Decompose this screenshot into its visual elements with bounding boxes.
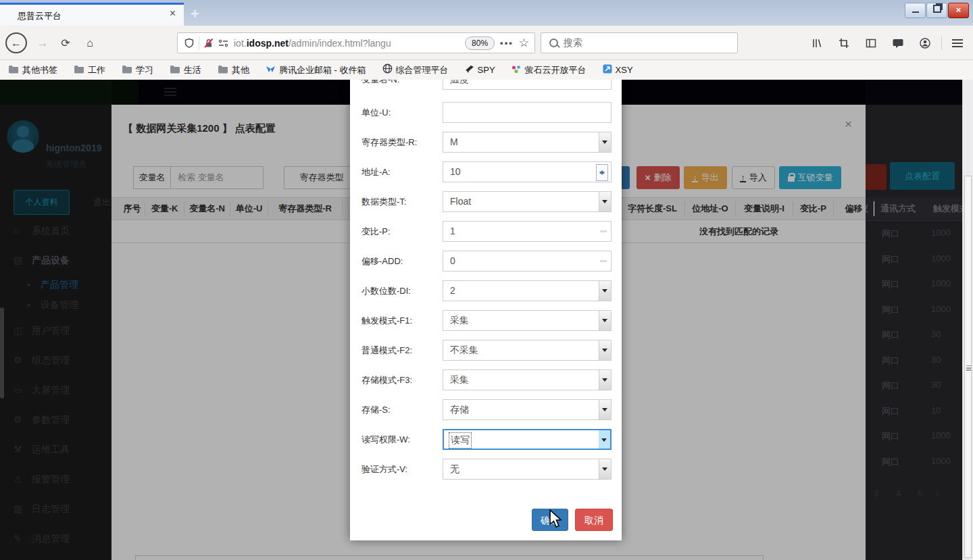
library-icon[interactable] [808,32,826,53]
dropdown-arrow-icon[interactable] [599,311,611,330]
device-row[interactable]: 网口1000 [866,449,963,474]
field-label: 数据类型-T: [361,196,406,208]
bookmark-item[interactable]: 其他书签 [8,64,57,76]
field-input[interactable]: 1 [443,221,612,242]
dropdown-arrow-icon[interactable] [599,132,611,152]
device-row[interactable]: 网口30 [866,372,963,397]
browser-tab[interactable]: 思普云平台 × [0,3,184,26]
menu-icon[interactable] [949,32,966,53]
field-label: 存储-S: [361,404,391,416]
profile-button[interactable]: 个人资料 [14,190,70,215]
logout-button[interactable]: 退出 [93,197,111,209]
tab-close-icon[interactable]: × [170,7,176,20]
field-select[interactable]: Float [443,191,612,212]
field-select[interactable]: 采集 [443,370,612,390]
dropdown-arrow-icon[interactable] [599,459,611,479]
sidebar-item-产品管理[interactable]: ▪产品管理 [0,278,111,298]
field-select[interactable]: 采集 [443,310,612,331]
bookmark-item[interactable]: 其他 [218,64,249,76]
sidebar-item-组态管理[interactable]: ⚙组态管理 [0,353,111,374]
sidebar-item-消息管理[interactable]: ✎消息管理 [0,532,111,552]
sidebar-item-日志管理[interactable]: ▥日志管理 [0,502,111,522]
bookmark-item[interactable]: 综合管理平台 [382,63,449,76]
url-bar[interactable]: iot.idosp.net/admin/index.html?langu 80%… [177,32,535,53]
sidebar-scrollbar[interactable] [0,307,4,399]
field-input[interactable]: 0 [443,251,612,272]
field-select[interactable]: 2 [443,280,612,301]
delete-button[interactable]: 删除 [866,164,887,190]
page-actions-icon[interactable]: ••• [500,38,514,48]
permissions-icon[interactable] [218,38,229,49]
field-select[interactable]: 读写 [443,429,612,450]
sidebar-item-报警管理[interactable]: ⚠报警管理 [0,472,111,492]
account-icon[interactable] [916,32,934,53]
dropdown-arrow-icon[interactable] [599,192,611,211]
sidebar-item-label: 日志管理 [32,503,70,515]
dropdown-arrow-icon[interactable] [599,400,611,419]
dropdown-arrow-icon[interactable] [599,281,611,301]
web-page: hignton2019 系统管理员 个人资料 退出 ⌂系统首页▤产品设备▪产品管… [0,80,973,560]
sidebar-item-大屏管理[interactable]: ▭大屏管理 [0,383,111,403]
bookmark-star-icon[interactable]: ☆ [519,36,529,50]
bookmark-item[interactable]: SPY [465,64,495,76]
dropdown-arrow-icon[interactable] [599,430,610,449]
sidebar-item-运维工具[interactable]: ⚒运维工具 [0,442,111,463]
device-row[interactable]: 网口30 [866,347,963,372]
window-minimize-button[interactable] [905,3,926,18]
field-input[interactable]: 10 [443,161,612,182]
bookmark-item[interactable]: XSY [603,64,633,76]
dropdown-arrow-icon[interactable] [599,370,611,390]
bookmark-item[interactable]: 工作 [74,64,105,76]
cancel-button[interactable]: 取消 [575,509,613,531]
field-input[interactable]: 温度 [443,80,612,90]
bookmark-item[interactable]: 生活 [170,64,201,76]
device-row[interactable]: 网口1000 [866,271,963,296]
field-input[interactable] [443,102,612,123]
sidebar-item-产品设备[interactable]: ▤产品设备 [0,253,111,274]
bookmarks-bar: 其他书签工作学习生活其他腾讯企业邮箱 - 收件箱综合管理平台SPY萤石云开放平台… [0,60,973,80]
number-spinner[interactable] [596,164,608,181]
device-row[interactable]: 网口1000 [866,423,963,448]
zoom-level-badge[interactable]: 80% [465,36,495,50]
window-close-button[interactable]: × [948,3,969,18]
sidebar-item-用户管理[interactable]: ◫用户管理 [0,324,111,344]
device-row[interactable]: 网口1000 [866,297,963,322]
back-button[interactable]: ← [5,32,27,53]
shield-icon[interactable] [184,38,195,49]
window-restore-button[interactable] [926,3,947,18]
page-link[interactable]: 5 [918,488,922,499]
bookmark-item[interactable]: 萤石云开放平台 [512,64,587,76]
sidebars-icon[interactable] [862,32,880,53]
sidebar-item-参数管理[interactable]: ⚙参数管理 [0,413,111,433]
avatar[interactable] [7,120,39,153]
screenshot-icon[interactable] [835,32,853,53]
sidebar-item-设备管理[interactable]: ▪设备管理 [0,298,111,318]
bookmark-item[interactable]: 学习 [122,64,153,76]
page-link[interactable]: 4 [896,488,901,499]
sidebar-item-系统首页[interactable]: ⌂系统首页 [0,224,111,244]
field-select[interactable]: 无 [443,459,612,480]
new-tab-button[interactable]: + [191,5,199,23]
insecure-lock-icon[interactable] [203,38,214,49]
field-select[interactable]: M [443,132,612,153]
device-row[interactable]: 网口1000 [866,220,963,245]
dropdown-arrow-icon[interactable] [599,340,611,360]
device-row[interactable]: 网口1000 [866,246,963,271]
page-link[interactable]: › [936,488,939,499]
device-row[interactable]: 网口30 [866,322,963,347]
page-link[interactable]: 3 [874,488,878,499]
messages-icon[interactable] [889,32,907,53]
page-scrollbar[interactable] [962,80,973,560]
reload-button[interactable]: ⟳ [57,32,74,53]
scrollbar-thumb[interactable] [964,176,972,558]
home-button[interactable]: ⌂ [81,32,99,53]
gear-icon: ⚙ [14,414,22,425]
bookmark-item[interactable]: 腾讯企业邮箱 - 收件箱 [266,64,366,76]
point-table-config-button[interactable]: 点表配置 [890,162,955,190]
forward-button[interactable]: → [34,32,51,53]
search-input[interactable]: 搜索 [541,32,738,53]
field-select[interactable]: 不采集 [443,340,612,361]
field-select[interactable]: 存储 [443,399,612,420]
device-row[interactable]: 网口10 [866,398,963,423]
trigger-value-cell: 30 [931,355,941,365]
